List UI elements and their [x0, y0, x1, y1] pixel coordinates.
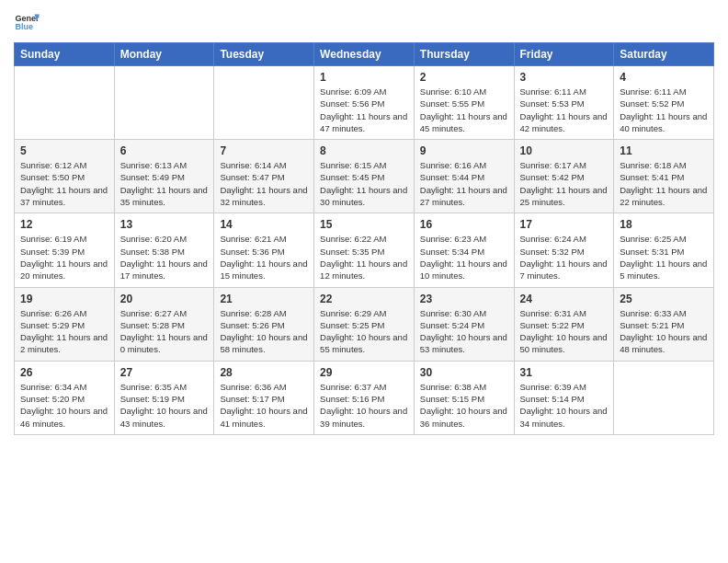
calendar-cell: [15, 66, 115, 140]
calendar-cell: 21Sunrise: 6:28 AMSunset: 5:26 PMDayligh…: [214, 287, 314, 361]
day-info: Sunrise: 6:19 AMSunset: 5:39 PMDaylight:…: [20, 234, 108, 281]
day-number: 18: [620, 218, 708, 231]
day-info: Sunrise: 6:23 AMSunset: 5:34 PMDaylight:…: [420, 234, 507, 281]
calendar-table: SundayMondayTuesdayWednesdayThursdayFrid…: [14, 42, 714, 435]
day-number: 17: [520, 218, 609, 231]
day-info: Sunrise: 6:22 AMSunset: 5:35 PMDaylight:…: [320, 234, 407, 281]
day-info: Sunrise: 6:20 AMSunset: 5:38 PMDaylight:…: [120, 234, 208, 281]
calendar-cell: 8Sunrise: 6:15 AMSunset: 5:45 PMDaylight…: [314, 140, 415, 213]
day-number: 9: [420, 144, 508, 157]
calendar-cell: [214, 66, 314, 140]
calendar-cell: 16Sunrise: 6:23 AMSunset: 5:34 PMDayligh…: [414, 213, 514, 287]
day-number: 31: [520, 366, 609, 379]
day-info: Sunrise: 6:35 AMSunset: 5:19 PMDaylight:…: [120, 382, 208, 429]
day-info: Sunrise: 6:33 AMSunset: 5:21 PMDaylight:…: [620, 308, 707, 355]
weekday-header-sunday: Sunday: [15, 43, 115, 66]
calendar-cell: 20Sunrise: 6:27 AMSunset: 5:28 PMDayligh…: [114, 287, 214, 361]
day-number: 30: [420, 366, 508, 379]
calendar-week-row: 12Sunrise: 6:19 AMSunset: 5:39 PMDayligh…: [15, 213, 714, 287]
weekday-header-friday: Friday: [514, 43, 614, 66]
day-number: 22: [320, 293, 408, 305]
day-number: 7: [220, 144, 308, 157]
day-number: 25: [620, 293, 708, 305]
day-info: Sunrise: 6:15 AMSunset: 5:45 PMDaylight:…: [320, 160, 407, 207]
weekday-header-row: SundayMondayTuesdayWednesdayThursdayFrid…: [15, 43, 714, 66]
calendar-week-row: 5Sunrise: 6:12 AMSunset: 5:50 PMDaylight…: [15, 140, 714, 213]
calendar-cell: 4Sunrise: 6:11 AMSunset: 5:52 PMDaylight…: [614, 66, 714, 140]
calendar-cell: 13Sunrise: 6:20 AMSunset: 5:38 PMDayligh…: [114, 213, 214, 287]
day-number: 1: [320, 71, 408, 84]
calendar-cell: [114, 66, 214, 140]
calendar-cell: 17Sunrise: 6:24 AMSunset: 5:32 PMDayligh…: [514, 213, 614, 287]
calendar-cell: 27Sunrise: 6:35 AMSunset: 5:19 PMDayligh…: [114, 361, 214, 434]
calendar-cell: 7Sunrise: 6:14 AMSunset: 5:47 PMDaylight…: [214, 140, 314, 213]
day-info: Sunrise: 6:30 AMSunset: 5:24 PMDaylight:…: [420, 308, 507, 355]
calendar-cell: 5Sunrise: 6:12 AMSunset: 5:50 PMDaylight…: [15, 140, 115, 213]
weekday-header-saturday: Saturday: [614, 43, 714, 66]
calendar-week-row: 1Sunrise: 6:09 AMSunset: 5:56 PMDaylight…: [15, 66, 714, 140]
calendar-cell: 24Sunrise: 6:31 AMSunset: 5:22 PMDayligh…: [514, 287, 614, 361]
calendar-cell: 3Sunrise: 6:11 AMSunset: 5:53 PMDaylight…: [514, 66, 614, 140]
day-number: 20: [120, 293, 209, 305]
day-number: 6: [120, 144, 209, 157]
day-info: Sunrise: 6:25 AMSunset: 5:31 PMDaylight:…: [620, 234, 707, 281]
day-info: Sunrise: 6:37 AMSunset: 5:16 PMDaylight:…: [320, 382, 407, 429]
day-info: Sunrise: 6:13 AMSunset: 5:49 PMDaylight:…: [120, 160, 208, 207]
day-number: 21: [220, 293, 308, 305]
day-number: 4: [620, 71, 708, 84]
day-number: 26: [20, 366, 108, 379]
calendar-cell: 25Sunrise: 6:33 AMSunset: 5:21 PMDayligh…: [614, 287, 714, 361]
calendar-cell: 28Sunrise: 6:36 AMSunset: 5:17 PMDayligh…: [214, 361, 314, 434]
day-info: Sunrise: 6:26 AMSunset: 5:29 PMDaylight:…: [20, 308, 108, 355]
day-info: Sunrise: 6:12 AMSunset: 5:50 PMDaylight:…: [20, 160, 108, 207]
day-info: Sunrise: 6:24 AMSunset: 5:32 PMDaylight:…: [520, 234, 608, 281]
calendar-cell: 6Sunrise: 6:13 AMSunset: 5:49 PMDaylight…: [114, 140, 214, 213]
calendar-cell: 26Sunrise: 6:34 AMSunset: 5:20 PMDayligh…: [15, 361, 115, 434]
day-info: Sunrise: 6:36 AMSunset: 5:17 PMDaylight:…: [220, 382, 307, 429]
calendar-cell: 30Sunrise: 6:38 AMSunset: 5:15 PMDayligh…: [414, 361, 514, 434]
day-number: 27: [120, 366, 209, 379]
header: General Blue: [14, 9, 714, 35]
calendar-cell: 23Sunrise: 6:30 AMSunset: 5:24 PMDayligh…: [414, 287, 514, 361]
page: General Blue SundayMondayTuesdayWednesda…: [0, 0, 728, 449]
day-number: 13: [120, 218, 209, 231]
calendar-cell: 11Sunrise: 6:18 AMSunset: 5:41 PMDayligh…: [614, 140, 714, 213]
calendar-week-row: 19Sunrise: 6:26 AMSunset: 5:29 PMDayligh…: [15, 287, 714, 361]
logo: General Blue: [14, 9, 40, 35]
day-info: Sunrise: 6:14 AMSunset: 5:47 PMDaylight:…: [220, 160, 307, 207]
calendar-cell: 29Sunrise: 6:37 AMSunset: 5:16 PMDayligh…: [314, 361, 415, 434]
calendar-week-row: 26Sunrise: 6:34 AMSunset: 5:20 PMDayligh…: [15, 361, 714, 434]
day-info: Sunrise: 6:11 AMSunset: 5:52 PMDaylight:…: [620, 86, 707, 133]
calendar-cell: 31Sunrise: 6:39 AMSunset: 5:14 PMDayligh…: [514, 361, 614, 434]
day-number: 8: [320, 144, 408, 157]
day-number: 12: [20, 218, 108, 231]
day-number: 5: [20, 144, 108, 157]
calendar-cell: 2Sunrise: 6:10 AMSunset: 5:55 PMDaylight…: [414, 66, 514, 140]
day-info: Sunrise: 6:39 AMSunset: 5:14 PMDaylight:…: [520, 382, 608, 429]
weekday-header-tuesday: Tuesday: [214, 43, 314, 66]
weekday-header-wednesday: Wednesday: [314, 43, 415, 66]
logo-icon: General Blue: [14, 9, 40, 35]
day-info: Sunrise: 6:21 AMSunset: 5:36 PMDaylight:…: [220, 234, 307, 281]
calendar-cell: [614, 361, 714, 434]
day-number: 15: [320, 218, 408, 231]
day-info: Sunrise: 6:31 AMSunset: 5:22 PMDaylight:…: [520, 308, 608, 355]
day-info: Sunrise: 6:34 AMSunset: 5:20 PMDaylight:…: [20, 382, 108, 429]
day-info: Sunrise: 6:18 AMSunset: 5:41 PMDaylight:…: [620, 160, 707, 207]
day-number: 14: [220, 218, 308, 231]
calendar-cell: 9Sunrise: 6:16 AMSunset: 5:44 PMDaylight…: [414, 140, 514, 213]
day-number: 3: [520, 71, 609, 84]
calendar-cell: 15Sunrise: 6:22 AMSunset: 5:35 PMDayligh…: [314, 213, 415, 287]
calendar-cell: 19Sunrise: 6:26 AMSunset: 5:29 PMDayligh…: [15, 287, 115, 361]
calendar-cell: 1Sunrise: 6:09 AMSunset: 5:56 PMDaylight…: [314, 66, 415, 140]
calendar-cell: 12Sunrise: 6:19 AMSunset: 5:39 PMDayligh…: [15, 213, 115, 287]
calendar-cell: 18Sunrise: 6:25 AMSunset: 5:31 PMDayligh…: [614, 213, 714, 287]
day-info: Sunrise: 6:17 AMSunset: 5:42 PMDaylight:…: [520, 160, 608, 207]
day-number: 23: [420, 293, 508, 305]
day-number: 11: [620, 144, 708, 157]
day-info: Sunrise: 6:38 AMSunset: 5:15 PMDaylight:…: [420, 382, 507, 429]
day-info: Sunrise: 6:29 AMSunset: 5:25 PMDaylight:…: [320, 308, 407, 355]
day-info: Sunrise: 6:10 AMSunset: 5:55 PMDaylight:…: [420, 86, 507, 133]
day-number: 16: [420, 218, 508, 231]
day-number: 2: [420, 71, 508, 84]
